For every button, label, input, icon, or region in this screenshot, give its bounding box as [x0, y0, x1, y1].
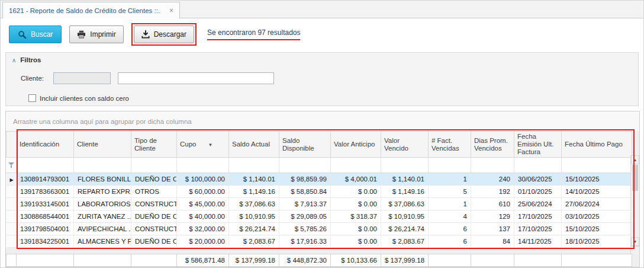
- column-header-fecha-emisi-n-ult-factura[interactable]: Fecha Emisión Ult. Factura: [514, 132, 562, 158]
- imprimir-button[interactable]: Imprimir: [69, 25, 123, 43]
- filter-cell-fecha-ltimo-pago[interactable]: [562, 158, 632, 173]
- data-cell: $ 40,000.00: [177, 210, 229, 223]
- filter-cell-identificaci-n[interactable]: [17, 158, 74, 173]
- group-by-panel[interactable]: Arrastre una columna aquí para agrupar p…: [6, 111, 639, 131]
- filter-cell-fecha-emisi-n-ult-factura[interactable]: [514, 158, 562, 173]
- summary-empty-cell: [514, 254, 562, 267]
- data-cell: 1391834225001: [17, 235, 74, 248]
- filter-cell-saldo-disponible[interactable]: [279, 158, 331, 173]
- download-icon: [141, 30, 150, 39]
- column-header-fact-vencidas[interactable]: # Fact. Vencidas: [429, 132, 471, 158]
- saldo-cero-checkbox[interactable]: [28, 94, 36, 102]
- table-row[interactable]: ▶1308914793001FLORES BONILL...DUEÑO DE O…: [7, 173, 632, 186]
- row-indicator-cell: [7, 198, 17, 210]
- data-cell: $ 0.00: [331, 198, 381, 210]
- tab-title: 1621 - Reporte de Saldo de Crédito de Cl…: [9, 7, 160, 14]
- table-row[interactable]: 1391798504001AVIPECHICHAL ...CONSTRUCT..…: [7, 223, 632, 235]
- filters-header[interactable]: ∧ Filtros: [6, 53, 638, 67]
- data-cell: $ 7,913.37: [279, 198, 331, 210]
- data-cell: 25/06/2024: [514, 198, 562, 210]
- data-cell: 15/10/2025: [562, 173, 632, 186]
- cliente-code-input[interactable]: [53, 72, 111, 84]
- data-cell: $ 2,083.67: [229, 235, 279, 248]
- column-header-label: Cupo: [180, 141, 197, 148]
- summary-empty-cell: [471, 254, 514, 267]
- column-header-label: # Fact. Vencidas: [432, 137, 459, 152]
- data-cell: $ 100,000.00: [177, 173, 229, 186]
- filter-cell-cliente[interactable]: [74, 158, 131, 173]
- data-cell: $ 1,140.01: [381, 173, 429, 186]
- printer-icon: [77, 30, 86, 39]
- cliente-name-input[interactable]: [118, 72, 274, 84]
- data-cell: 137: [471, 223, 514, 235]
- data-cell: OTROS: [131, 186, 177, 198]
- filter-cell-fact-vencidas[interactable]: [429, 158, 471, 173]
- data-cell: 1308868544001: [17, 210, 74, 223]
- data-cell: 1391933145001: [17, 198, 74, 210]
- data-cell: 192: [471, 186, 514, 198]
- data-cell: $ 0.00: [331, 223, 381, 235]
- column-header-identificaci-n[interactable]: Identificación: [17, 132, 74, 158]
- column-header-cliente[interactable]: Cliente: [74, 132, 131, 158]
- column-header-label: Saldo Actual: [232, 141, 270, 148]
- row-indicator-header-cell: [7, 132, 17, 158]
- filter-cell-valor-vencido[interactable]: [381, 158, 429, 173]
- filter-cell-dias-prom-vencidos[interactable]: [471, 158, 514, 173]
- data-cell: FLORES BONILL...: [74, 173, 131, 186]
- data-cell: 30/06/2025: [514, 173, 562, 186]
- filters-title: Filtros: [20, 56, 41, 63]
- data-cell: 84: [471, 235, 514, 248]
- table-row[interactable]: 1391783663001REPARTO EXPR...OTROS$ 60,00…: [7, 186, 632, 198]
- filter-funnel-icon: [8, 162, 14, 168]
- data-cell: 14/10/2025: [562, 186, 632, 198]
- column-header-valor-vencido[interactable]: Valor Vencido: [381, 132, 429, 158]
- data-cell: AVIPECHICHAL ...: [74, 223, 131, 235]
- data-cell: CONSTRUCT...: [131, 198, 177, 210]
- data-cell: 1308914793001: [17, 173, 74, 186]
- column-header-fecha-ltimo-pago[interactable]: Fecha Último Pago: [562, 132, 632, 158]
- vertical-scrollbar[interactable]: ▲ ▼: [630, 155, 639, 254]
- column-header-valor-anticipo[interactable]: Valor Anticipo: [331, 132, 381, 158]
- table-row[interactable]: 1391834225001ALMACENES Y F...DUEÑO DE O.…: [7, 235, 632, 248]
- scroll-down-button[interactable]: ▼: [631, 237, 639, 246]
- filter-cell-tipo-de-cliente[interactable]: [131, 158, 177, 173]
- scroll-thumb[interactable]: [632, 165, 638, 191]
- data-cell: $ 5,785.26: [279, 223, 331, 235]
- data-cell: DUEÑO DE O...: [131, 235, 177, 248]
- buscar-button[interactable]: Buscar: [9, 25, 62, 43]
- summary-cell: $ 137,999.18: [381, 254, 429, 267]
- search-icon: [18, 30, 27, 39]
- descargar-button[interactable]: Descargar: [134, 25, 194, 43]
- filter-cell-saldo-actual[interactable]: [229, 158, 279, 173]
- data-cell: REPARTO EXPR...: [74, 186, 131, 198]
- descargar-annotation-box: Descargar: [131, 23, 197, 46]
- data-cell: $ 318.37: [331, 210, 381, 223]
- row-indicator-cell: [7, 223, 17, 235]
- table-row[interactable]: 1391933145001LABORATORIOS...CONSTRUCT...…: [7, 198, 632, 210]
- column-header-cupo[interactable]: Cupo▼: [177, 132, 229, 158]
- scroll-track[interactable]: [631, 192, 639, 237]
- summary-row: $ 586,871.48$ 137,999.18$ 448,872.30$ 10…: [7, 254, 632, 267]
- data-cell: 4: [429, 210, 471, 223]
- data-cell: 17/10/2025: [514, 210, 562, 223]
- column-header-saldo-disponible[interactable]: Saldo Disponible: [279, 132, 331, 158]
- scroll-corner: [631, 246, 639, 254]
- column-header-saldo-actual[interactable]: Saldo Actual: [229, 132, 279, 158]
- scroll-up-button[interactable]: ▲: [631, 155, 639, 164]
- column-header-tipo-de-cliente[interactable]: Tipo de Cliente: [131, 132, 177, 158]
- filter-cell-cupo[interactable]: [177, 158, 229, 173]
- imprimir-label: Imprimir: [90, 30, 115, 39]
- summary-cell: $ 586,871.48: [177, 254, 229, 267]
- data-cell: DUEÑO DE O...: [131, 210, 177, 223]
- column-header-dias-prom-vencidos[interactable]: Dias Prom. Vencidos: [471, 132, 514, 158]
- saldo-cero-row: Incluir clientes con saldo cero: [28, 94, 638, 102]
- table-row[interactable]: 1308868544001ZURITA YANEZ ...DUEÑO DE O.…: [7, 210, 632, 223]
- column-header-label: Dias Prom. Vencidos: [474, 137, 508, 152]
- tab-close-icon[interactable]: ×: [169, 7, 173, 15]
- tab-bar: 1621 - Reporte de Saldo de Crédito de Cl…: [1, 1, 643, 18]
- descargar-label: Descargar: [154, 30, 186, 39]
- data-cell: $ 98,859.99: [279, 173, 331, 186]
- filter-cell-valor-anticipo[interactable]: [331, 158, 381, 173]
- data-cell: $ 10,910.95: [381, 210, 429, 223]
- tab-reporte-saldo-credito[interactable]: 1621 - Reporte de Saldo de Crédito de Cl…: [2, 2, 180, 18]
